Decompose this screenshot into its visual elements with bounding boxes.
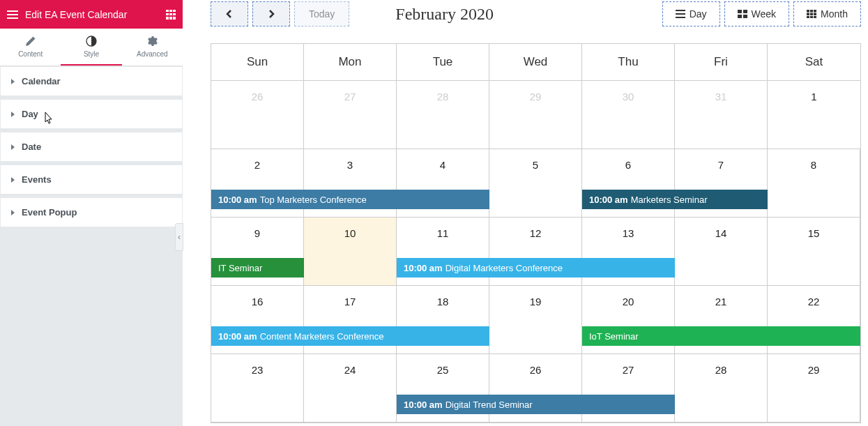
day-of-week-header: Sun Mon Tue Wed Thu Fri Sat — [211, 44, 860, 81]
dow-cell: Thu — [582, 44, 675, 81]
calendar-event[interactable]: IT Seminar — [211, 258, 304, 277]
day-number: 11 — [397, 218, 489, 239]
prev-button[interactable] — [211, 1, 248, 26]
day-cell[interactable]: 26 — [211, 81, 304, 149]
event-time: 10:00 am — [218, 331, 257, 342]
event-title: Top Marketers Conference — [260, 195, 367, 205]
svg-rect-1 — [738, 10, 742, 13]
list-icon — [676, 10, 685, 18]
svg-rect-3 — [738, 15, 742, 18]
day-number: 14 — [675, 218, 767, 239]
day-number: 29 — [768, 354, 860, 376]
section-events[interactable]: Events — [1, 165, 182, 194]
day-cell[interactable]: 31 — [675, 81, 768, 149]
section-date[interactable]: Date — [1, 132, 182, 161]
grid-icon — [807, 10, 816, 18]
day-cell[interactable]: 28 — [675, 354, 768, 423]
day-cell[interactable]: 10 — [304, 218, 397, 286]
dow-cell: Wed — [489, 44, 582, 81]
elementor-sidebar: Edit EA Event Calendar Content Style — [0, 0, 183, 426]
day-number: 20 — [582, 286, 674, 307]
day-number: 27 — [304, 81, 396, 102]
section-event-popup[interactable]: Event Popup — [1, 198, 182, 227]
day-cell[interactable]: 29 — [768, 354, 860, 423]
day-cell[interactable]: 14 — [675, 218, 768, 286]
day-cell[interactable]: 8 — [768, 149, 860, 218]
calendar-event[interactable]: 10:00 amDigital Marketers Conference — [397, 258, 675, 277]
day-cell[interactable]: 24 — [304, 354, 397, 423]
svg-rect-10 — [814, 13, 816, 16]
view-week-button[interactable]: Week — [724, 1, 790, 26]
day-cell[interactable]: 29 — [489, 81, 582, 149]
section-day[interactable]: Day — [1, 100, 182, 128]
event-title: Marketers Seminar — [631, 195, 708, 205]
tab-label: Content — [18, 50, 43, 58]
day-cell[interactable]: 19 — [489, 286, 582, 354]
svg-rect-8 — [807, 13, 809, 16]
day-cell[interactable]: 28 — [397, 81, 489, 149]
tab-style[interactable]: Style — [61, 29, 121, 66]
event-time: 10:00 am — [404, 263, 443, 273]
event-title: IT Seminar — [218, 263, 262, 273]
day-cell[interactable]: 5 — [489, 149, 582, 218]
day-number: 1 — [768, 81, 860, 102]
day-cell[interactable]: 27 — [304, 81, 397, 149]
day-number: 17 — [304, 286, 396, 307]
day-number: 10 — [304, 218, 396, 239]
calendar-title: February 2020 — [395, 5, 494, 24]
view-day-button[interactable]: Day — [662, 1, 720, 26]
svg-rect-2 — [743, 10, 747, 13]
day-number: 29 — [489, 81, 581, 102]
tab-advanced[interactable]: Advanced — [122, 29, 183, 66]
view-month-button[interactable]: Month — [793, 1, 861, 26]
widgets-panel-icon[interactable] — [166, 10, 176, 20]
tab-content[interactable]: Content — [0, 29, 61, 66]
event-title: Digital Trend Seminar — [446, 400, 533, 410]
calendar-event[interactable]: 10:00 amMarketers Seminar — [582, 190, 768, 209]
caret-right-icon — [11, 210, 15, 215]
day-number: 24 — [304, 354, 396, 376]
day-cell[interactable]: 1 — [768, 81, 860, 149]
event-title: Content Marketers Conference — [260, 331, 384, 342]
calendar-event[interactable]: IoT Seminar — [582, 326, 860, 346]
day-number: 28 — [675, 354, 767, 376]
preview-area: Today February 2020 Day Week Month — [183, 0, 868, 426]
calendar-event[interactable]: 10:00 amDigital Trend Seminar — [397, 395, 675, 414]
day-number: 22 — [768, 286, 860, 307]
calendar-week-row: 2627282930311 — [211, 81, 860, 149]
day-number: 6 — [582, 149, 674, 171]
day-number: 27 — [582, 354, 674, 376]
day-number: 26 — [211, 81, 303, 102]
day-number: 19 — [489, 286, 581, 307]
contrast-icon — [86, 36, 97, 47]
dow-cell: Mon — [304, 44, 397, 81]
calendar-event[interactable]: 10:00 amTop Marketers Conference — [211, 190, 489, 209]
calendar-grid: Sun Mon Tue Wed Thu Fri Sat 262728293031… — [211, 43, 861, 423]
chevron-left-icon — [225, 10, 234, 18]
calendar-week-row: 2324252627282910:00 amDigital Trend Semi… — [211, 354, 860, 423]
day-cell[interactable]: 30 — [582, 81, 675, 149]
svg-rect-4 — [743, 15, 747, 18]
week-icon — [738, 10, 747, 18]
calendar-event[interactable]: 10:00 amContent Marketers Conference — [211, 326, 489, 346]
menu-icon[interactable] — [7, 10, 18, 19]
tab-label: Style — [84, 50, 99, 58]
day-number: 15 — [768, 218, 860, 239]
day-cell[interactable]: 23 — [211, 354, 304, 423]
today-button[interactable]: Today — [294, 1, 349, 26]
gear-icon — [146, 36, 158, 47]
next-button[interactable] — [252, 1, 290, 26]
svg-rect-7 — [814, 10, 816, 13]
widget-title: Edit EA Event Calendar — [25, 9, 127, 20]
section-calendar[interactable]: Calendar — [1, 67, 182, 96]
day-number: 8 — [768, 149, 860, 171]
tab-label: Advanced — [137, 50, 167, 58]
day-number: 26 — [489, 354, 581, 376]
day-cell[interactable]: 15 — [768, 218, 860, 286]
caret-right-icon — [11, 177, 15, 183]
svg-rect-5 — [807, 10, 809, 13]
day-number: 18 — [397, 286, 489, 307]
day-number: 3 — [304, 149, 396, 171]
day-number: 23 — [211, 354, 303, 376]
day-number: 13 — [582, 218, 674, 239]
